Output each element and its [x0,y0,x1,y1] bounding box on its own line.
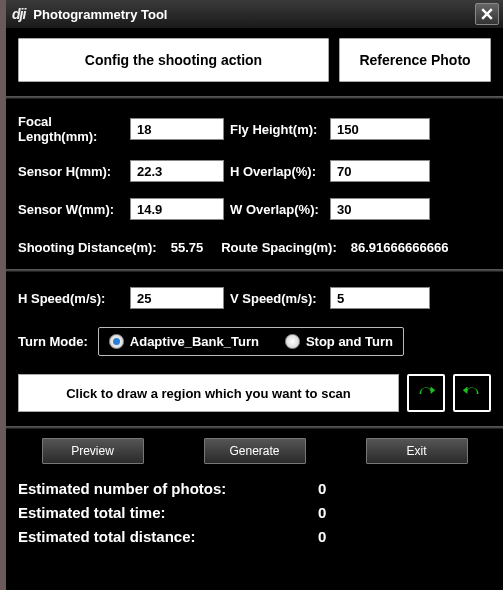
reference-photo-button[interactable]: Reference Photo [339,38,491,82]
v-speed-input[interactable] [330,287,430,309]
turn-mode-stop[interactable]: Stop and Turn [285,334,393,349]
sensor-h-label: Sensor H(mm): [18,164,130,179]
close-button[interactable] [475,3,499,25]
radio-icon [109,334,124,349]
close-icon [481,8,493,20]
turn-mode-adaptive-label: Adaptive_Bank_Turn [130,334,259,349]
est-distance-label: Estimated total distance: [18,528,318,545]
turn-mode-stop-label: Stop and Turn [306,334,393,349]
w-overlap-label: W Overlap(%): [230,202,330,217]
figure-annotation: (a) [288,567,306,584]
shooting-distance-value: 55.75 [171,240,204,255]
sensor-h-input[interactable] [130,160,224,182]
undo-button[interactable] [453,374,491,412]
divider [6,96,503,100]
undo-arrow-icon [461,382,483,404]
est-distance-value: 0 [318,528,348,545]
radio-icon [285,334,300,349]
h-overlap-input[interactable] [330,160,430,182]
logo: dji [10,6,27,22]
window-title: Photogrammetry Tool [33,7,167,22]
w-overlap-input[interactable] [330,198,430,220]
est-photos-value: 0 [318,480,348,497]
route-spacing-value: 86.91666666666 [351,240,449,255]
fly-height-label: Fly Height(m): [230,122,330,137]
route-spacing-label: Route Spacing(m): [221,240,337,255]
shooting-distance-label: Shooting Distance(m): [18,240,157,255]
turn-mode-adaptive[interactable]: Adaptive_Bank_Turn [109,334,259,349]
redo-button[interactable] [407,374,445,412]
est-time-value: 0 [318,504,348,521]
divider [6,269,503,273]
est-time-label: Estimated total time: [18,504,318,521]
generate-button[interactable]: Generate [204,438,306,464]
h-speed-input[interactable] [130,287,224,309]
sensor-w-label: Sensor W(mm): [18,202,130,217]
focal-length-input[interactable] [130,118,224,140]
sensor-w-input[interactable] [130,198,224,220]
fly-height-input[interactable] [330,118,430,140]
focal-length-label: Focal Length(mm): [18,114,130,144]
draw-region-button[interactable]: Click to draw a region which you want to… [18,374,399,412]
est-photos-label: Estimated number of photos: [18,480,318,497]
exit-button[interactable]: Exit [366,438,468,464]
v-speed-label: V Speed(m/s): [230,291,330,306]
divider [6,426,503,430]
preview-button[interactable]: Preview [42,438,144,464]
redo-arrow-icon [415,382,437,404]
turn-mode-label: Turn Mode: [18,334,88,349]
turn-mode-group: Adaptive_Bank_Turn Stop and Turn [98,327,404,356]
h-speed-label: H Speed(m/s): [18,291,130,306]
config-shooting-button[interactable]: Config the shooting action [18,38,329,82]
h-overlap-label: H Overlap(%): [230,164,330,179]
